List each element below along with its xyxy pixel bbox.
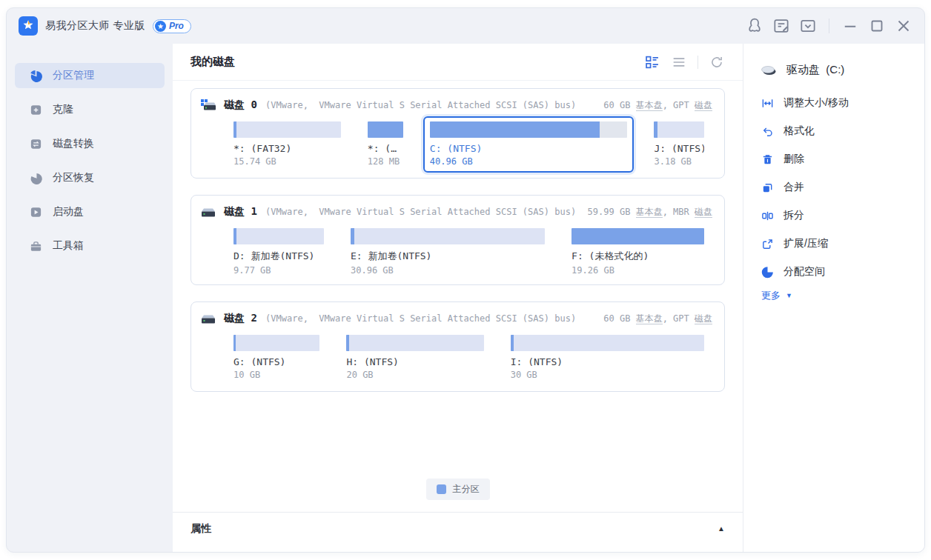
partition-2-0[interactable]: G: (NTFS)10 GB [227, 330, 326, 386]
disk-meta: 59.99 GB 基本盘, MBR 磁盘 [588, 206, 712, 219]
disk-name: 磁盘 1 [224, 205, 257, 219]
action-label: 合并 [783, 181, 804, 194]
pro-label: Pro [169, 21, 184, 31]
list-view-icon[interactable] [671, 54, 687, 70]
action-label: 格式化 [783, 124, 815, 138]
partition-usage-bar [511, 335, 704, 351]
partition-1-1[interactable]: E: 新加卷(NTFS)30.96 GB [344, 223, 551, 281]
actions-panel: 驱动盘 (C:) 调整大小/移动格式化删除合并拆分扩展/压缩分配空间 更多 ▼ [743, 44, 924, 552]
pie-chart-icon [30, 70, 42, 82]
format-icon [761, 125, 774, 138]
sidebar-item-1[interactable]: 克隆 [15, 97, 165, 122]
menu-dropdown-icon[interactable] [798, 16, 818, 36]
minimize-button[interactable] [840, 16, 861, 36]
partition-row: *: (FAT32)15.74 GB*: (…128 MBC: (NTFS)40… [227, 116, 712, 173]
sidebar-item-4[interactable]: 启动盘 [15, 199, 165, 224]
action-3[interactable]: 合并 [760, 173, 911, 201]
action-2[interactable]: 删除 [760, 145, 911, 173]
extend-shrink-icon [761, 238, 774, 250]
split-icon [761, 210, 774, 222]
disk-icon [200, 205, 216, 219]
partition-1-0[interactable]: D: 新加卷(NTFS)9.77 GB [227, 223, 331, 281]
disk-details: (VMware, VMware Virtual S Serial Attache… [260, 313, 576, 324]
partition-size: 9.77 GB [233, 265, 324, 276]
disk-header: 磁盘 2 (VMware, VMware Virtual S Serial At… [200, 312, 712, 325]
legend-wrap: 主分区 [190, 479, 725, 512]
sidebar-item-0[interactable]: 分区管理 [15, 63, 165, 88]
app-window: 易我分区大师 专业版 ★ Pro [6, 7, 925, 553]
partition-size: 30.96 GB [351, 265, 545, 276]
collapse-properties-icon[interactable]: ▲ [718, 524, 725, 533]
sidebar-item-label: 启动盘 [53, 205, 84, 219]
disk-details: (VMware, VMware Virtual S Serial Attache… [260, 100, 576, 110]
partition-size: 15.74 GB [233, 156, 341, 167]
toolbar-divider [698, 56, 698, 69]
view-toolbar [644, 54, 725, 70]
partition-label: *: (FAT32) [233, 143, 341, 154]
partition-0-1[interactable]: *: (…128 MB [361, 116, 410, 173]
pro-star-icon: ★ [155, 21, 166, 32]
partition-1-2[interactable]: F: (未格式化的)19.26 GB [565, 223, 711, 281]
partition-label: C: (NTFS) [430, 143, 628, 154]
partition-usage-bar [233, 121, 341, 138]
disk-list: 磁盘 0 (VMware, VMware Virtual S Serial At… [173, 81, 743, 512]
drive-header: 驱动盘 (C:) [760, 63, 911, 77]
sidebar-item-label: 磁盘转换 [53, 137, 94, 150]
legend-label: 主分区 [453, 483, 480, 496]
partition-recovery-icon [30, 172, 42, 184]
sidebar-item-3[interactable]: 分区恢复 [15, 165, 165, 190]
disk-panel-1: 磁盘 1 (VMware, VMware Virtual S Serial At… [190, 195, 725, 285]
partition-0-3[interactable]: J: (NTFS)3.18 GB [647, 116, 711, 173]
partition-row: G: (NTFS)10 GBH: (NTFS)20 GBI: (NTFS)30 … [227, 330, 712, 386]
disk-meta: 60 GB 基本盘, GPT 磁盘 [603, 313, 712, 325]
legend-primary-partition: 主分区 [426, 479, 490, 500]
partition-label: F: (未格式化的) [571, 250, 704, 263]
action-0[interactable]: 调整大小/移动 [760, 89, 911, 117]
partition-label: H: (NTFS) [346, 356, 483, 367]
sidebar-item-label: 克隆 [53, 103, 73, 116]
partition-2-1[interactable]: H: (NTFS)20 GB [339, 330, 490, 386]
pro-badge[interactable]: ★ Pro [153, 19, 191, 33]
action-1[interactable]: 格式化 [760, 117, 911, 145]
action-6[interactable]: 分配空间 [760, 258, 911, 286]
partition-usage-bar [368, 121, 403, 138]
main-header: 我的磁盘 [173, 44, 743, 81]
disk-panel-0: 磁盘 0 (VMware, VMware Virtual S Serial At… [190, 88, 725, 179]
action-4[interactable]: 拆分 [760, 201, 911, 230]
maximize-button[interactable] [867, 16, 887, 36]
partition-0-2[interactable]: C: (NTFS)40.96 GB [423, 116, 635, 173]
partition-size: 128 MB [368, 156, 403, 167]
properties-label: 属性 [190, 522, 211, 536]
toolbox-icon [30, 240, 42, 253]
refresh-icon[interactable] [709, 54, 725, 70]
partition-usage-bar [430, 121, 628, 138]
action-label: 分配空间 [783, 265, 825, 279]
partition-label: D: 新加卷(NTFS) [233, 250, 324, 263]
partition-label: *: (… [368, 143, 403, 154]
partition-0-0[interactable]: *: (FAT32)15.74 GB [227, 116, 348, 173]
more-button[interactable]: 更多 ▼ [760, 289, 911, 302]
disk-name: 磁盘 2 [224, 312, 257, 325]
close-button[interactable] [893, 16, 914, 36]
legend-swatch [437, 484, 446, 494]
feedback-icon[interactable] [771, 16, 792, 36]
partition-size: 19.26 GB [571, 265, 704, 276]
partition-size: 10 GB [233, 370, 319, 380]
disk-panel-2: 磁盘 2 (VMware, VMware Virtual S Serial At… [190, 301, 725, 392]
partition-2-2[interactable]: I: (NTFS)30 GB [504, 330, 711, 386]
action-5[interactable]: 扩展/压缩 [760, 230, 911, 258]
app-logo-icon [19, 16, 38, 36]
disk-meta: 60 GB 基本盘, GPT 磁盘 [603, 99, 712, 112]
sidebar-nav: 分区管理克隆磁盘转换分区恢复启动盘工具箱 [7, 44, 173, 552]
qq-support-icon[interactable] [744, 16, 765, 36]
titlebar-divider [829, 19, 829, 33]
properties-bar: 属性 ▲ [173, 512, 743, 552]
sidebar-item-label: 分区管理 [53, 69, 94, 82]
partition-size: 3.18 GB [654, 156, 704, 167]
card-view-icon[interactable] [644, 54, 660, 70]
sidebar-item-2[interactable]: 磁盘转换 [15, 131, 165, 156]
disk-header: 磁盘 0 (VMware, VMware Virtual S Serial At… [200, 99, 712, 112]
partition-size: 40.96 GB [430, 156, 628, 167]
sidebar-item-5[interactable]: 工具箱 [15, 233, 165, 259]
chevron-down-icon: ▼ [786, 292, 792, 299]
